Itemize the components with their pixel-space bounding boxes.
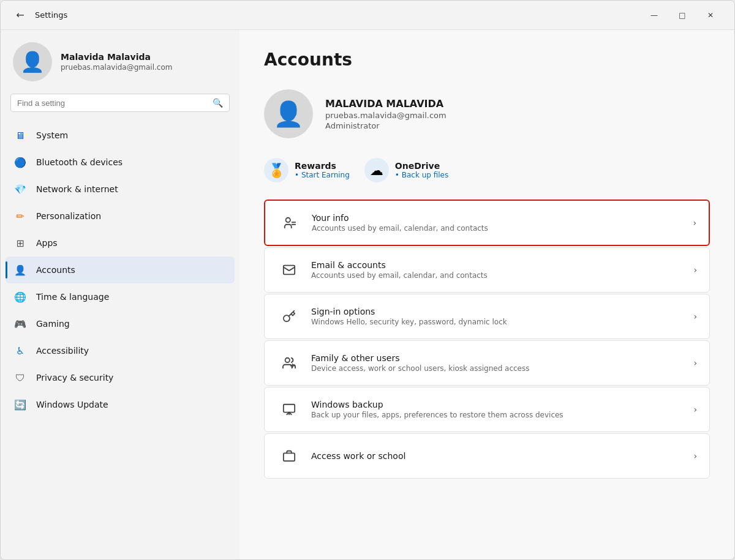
profile-info: Malavida Malavida pruebas.malavida@gmail… xyxy=(61,52,172,72)
nav-icon-time: 🌐 xyxy=(13,289,28,304)
nav-label-accessibility: Accessibility xyxy=(36,346,89,356)
chevron-icon-email-accounts: › xyxy=(693,265,697,275)
profile-card-info: MALAVIDA MALAVIDA pruebas.malavida@gmail… xyxy=(325,98,447,130)
profile-name: Malavida Malavida xyxy=(61,52,172,62)
settings-icon-access-work xyxy=(277,444,301,468)
titlebar: ← Settings — □ ✕ xyxy=(1,1,734,30)
settings-item-email-accounts[interactable]: Email & accounts Accounts used by email,… xyxy=(264,247,710,293)
reward-sub-onedrive: • Back up files xyxy=(395,171,448,179)
nav-icon-accessibility: ♿ xyxy=(13,343,28,358)
nav-icon-network: 💎 xyxy=(13,182,28,196)
sidebar-item-bluetooth[interactable]: 🔵 Bluetooth & devices xyxy=(6,149,235,176)
settings-subtitle-your-info: Accounts used by email, calendar, and co… xyxy=(312,224,683,233)
settings-icon-your-info xyxy=(277,211,302,235)
sidebar-item-accessibility[interactable]: ♿ Accessibility xyxy=(6,337,235,364)
settings-window: ← Settings — □ ✕ 👤 Malavida Malavida pru… xyxy=(0,0,735,560)
sidebar-profile[interactable]: 👤 Malavida Malavida pruebas.malavida@gma… xyxy=(1,30,239,91)
svg-point-0 xyxy=(286,218,290,222)
sidebar-item-network[interactable]: 💎 Network & internet xyxy=(6,176,235,203)
chevron-icon-sign-in: › xyxy=(693,312,697,321)
settings-title-sign-in: Sign-in options xyxy=(311,307,684,316)
sidebar-item-privacy[interactable]: 🛡 Privacy & security xyxy=(6,364,235,391)
back-button[interactable]: ← xyxy=(10,6,30,25)
nav-label-accounts: Accounts xyxy=(36,265,75,275)
close-button[interactable]: ✕ xyxy=(696,6,725,25)
nav-icon-gaming: 🎮 xyxy=(13,316,28,331)
sidebar-item-time[interactable]: 🌐 Time & language xyxy=(6,283,235,310)
nav-icon-personalization: ✏️ xyxy=(13,209,28,223)
sidebar-item-apps[interactable]: ⊞ Apps xyxy=(6,230,235,256)
rewards-row: 🏅 Rewards • Start Earning ☁️ OneDrive • … xyxy=(264,158,710,182)
sidebar-item-gaming[interactable]: 🎮 Gaming xyxy=(6,310,235,337)
profile-card-role: Administrator xyxy=(325,121,447,130)
settings-title-access-work: Access work or school xyxy=(311,451,684,461)
avatar-icon: 👤 xyxy=(20,50,45,73)
settings-item-backup[interactable]: Windows backup Back up your files, apps,… xyxy=(264,387,710,432)
window-controls: — □ ✕ xyxy=(640,6,725,25)
nav-icon-update: 🔄 xyxy=(13,397,28,412)
nav-icon-privacy: 🛡 xyxy=(13,370,28,385)
sidebar-item-system[interactable]: 🖥 System xyxy=(6,122,235,149)
chevron-icon-your-info: › xyxy=(693,218,696,228)
settings-list: Your info Accounts used by email, calend… xyxy=(264,200,710,479)
sidebar-item-update[interactable]: 🔄 Windows Update xyxy=(6,391,235,418)
settings-item-sign-in[interactable]: Sign-in options Windows Hello, security … xyxy=(264,294,710,339)
nav-label-gaming: Gaming xyxy=(36,319,70,329)
nav-label-update: Windows Update xyxy=(36,400,108,409)
profile-card: 👤 MALAVIDA MALAVIDA pruebas.malavida@gma… xyxy=(264,87,710,141)
main-layout: 👤 Malavida Malavida pruebas.malavida@gma… xyxy=(1,30,734,559)
settings-icon-email-accounts xyxy=(277,258,301,282)
search-icon: 🔍 xyxy=(213,98,223,108)
sidebar: 👤 Malavida Malavida pruebas.malavida@gma… xyxy=(1,30,239,559)
reward-label-rewards: Rewards xyxy=(295,161,350,171)
nav-label-bluetooth: Bluetooth & devices xyxy=(36,157,123,167)
settings-item-access-work[interactable]: Access work or school › xyxy=(264,433,710,479)
reward-label-onedrive: OneDrive xyxy=(395,161,448,171)
minimize-button[interactable]: — xyxy=(640,6,668,25)
nav-icon-bluetooth: 🔵 xyxy=(13,155,28,170)
sidebar-item-personalization[interactable]: ✏️ Personalization xyxy=(6,203,235,230)
sidebar-item-accounts[interactable]: 👤 Accounts xyxy=(6,256,235,283)
search-box[interactable]: 🔍 xyxy=(10,94,230,112)
nav-label-privacy: Privacy & security xyxy=(36,373,113,383)
chevron-icon-backup: › xyxy=(693,405,697,414)
window-title: Settings xyxy=(35,10,67,20)
nav-label-system: System xyxy=(36,130,68,140)
settings-subtitle-email-accounts: Accounts used by email, calendar, and co… xyxy=(311,271,684,280)
reward-item-onedrive[interactable]: ☁️ OneDrive • Back up files xyxy=(364,158,448,182)
settings-subtitle-family: Device access, work or school users, kio… xyxy=(311,364,684,373)
settings-item-your-info[interactable]: Your info Accounts used by email, calend… xyxy=(264,200,710,246)
reward-sub-rewards: • Start Earning xyxy=(295,171,350,179)
chevron-icon-access-work: › xyxy=(693,451,697,461)
svg-point-4 xyxy=(285,358,290,362)
settings-title-your-info: Your info xyxy=(312,213,683,223)
profile-card-avatar: 👤 xyxy=(264,89,313,138)
settings-subtitle-sign-in: Windows Hello, security key, password, d… xyxy=(311,318,684,326)
settings-title-family: Family & other users xyxy=(311,353,684,363)
settings-item-family[interactable]: Family & other users Device access, work… xyxy=(264,340,710,386)
svg-rect-3 xyxy=(284,266,295,275)
search-input[interactable] xyxy=(17,99,208,108)
settings-icon-family xyxy=(277,351,301,375)
nav-label-apps: Apps xyxy=(36,238,58,248)
reward-item-rewards[interactable]: 🏅 Rewards • Start Earning xyxy=(264,158,350,182)
maximize-button[interactable]: □ xyxy=(668,6,696,25)
settings-title-email-accounts: Email & accounts xyxy=(311,260,684,270)
nav-icon-system: 🖥 xyxy=(13,128,28,143)
nav-list: 🖥 System 🔵 Bluetooth & devices 💎 Network… xyxy=(1,119,239,420)
profile-card-email: pruebas.malavida@gmail.com xyxy=(325,111,447,120)
nav-icon-accounts: 👤 xyxy=(13,263,28,277)
svg-rect-10 xyxy=(284,453,295,461)
reward-icon-onedrive: ☁️ xyxy=(364,158,389,182)
settings-icon-sign-in xyxy=(277,304,301,329)
page-title: Accounts xyxy=(264,50,710,70)
settings-icon-backup xyxy=(277,397,301,422)
profile-card-name: MALAVIDA MALAVIDA xyxy=(325,98,447,110)
reward-icon-rewards: 🏅 xyxy=(264,158,288,182)
nav-label-time: Time & language xyxy=(36,292,109,302)
nav-icon-apps: ⊞ xyxy=(13,236,28,250)
search-container: 🔍 xyxy=(1,91,239,119)
avatar: 👤 xyxy=(13,42,52,81)
nav-label-personalization: Personalization xyxy=(36,211,101,221)
profile-email: pruebas.malavida@gmail.com xyxy=(61,63,172,72)
